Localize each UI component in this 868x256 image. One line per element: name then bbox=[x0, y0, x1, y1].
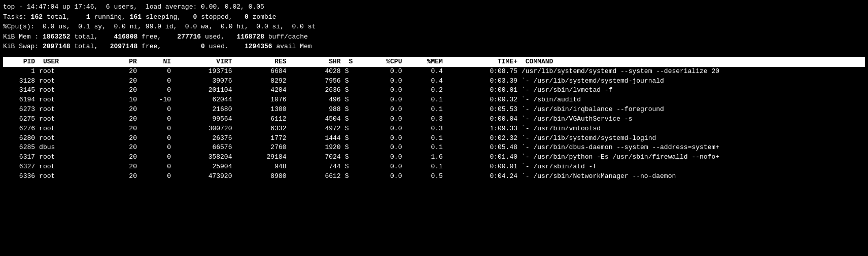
col-pid: PID bbox=[3, 57, 37, 67]
header-line2: Tasks: 162 total, 1 running, 161 sleepin… bbox=[3, 12, 865, 22]
col-command: COMMAND bbox=[519, 57, 865, 67]
mem-used: 277716 bbox=[177, 33, 201, 41]
tasks-zombie-label: zombie bbox=[253, 13, 276, 21]
process-table-section: PID USER PR NI VIRT RES SHR S %CPU %MEM … bbox=[3, 57, 865, 181]
mem-buff: 1168728 bbox=[236, 33, 264, 41]
header-line4: KiB Mem : 1863252 total, 416808 free, 27… bbox=[3, 32, 865, 42]
system-header: top - 14:47:04 up 17:46, 6 users, load a… bbox=[3, 2, 865, 55]
col-ni: NI bbox=[139, 57, 173, 67]
table-row: 6273root200216801300988S0.00.10:05.53`- … bbox=[3, 105, 865, 115]
tasks-stopped-label: stopped, bbox=[201, 13, 232, 21]
table-row: 6285dbus2006657627601920S0.00.10:05.48`-… bbox=[3, 143, 865, 153]
swap-used: 0 bbox=[201, 43, 205, 50]
header-line3: %Cpu(s): 0.0 us, 0.1 sy, 0.0 ni, 99.9 id… bbox=[3, 22, 865, 32]
swap-total: 2097148 bbox=[43, 43, 71, 50]
tasks-total: 162 bbox=[31, 13, 43, 21]
col-virt: VIRT bbox=[173, 57, 234, 67]
col-s: S bbox=[343, 57, 363, 67]
col-mem: %MEM bbox=[404, 57, 444, 67]
col-time: TIME+ bbox=[445, 57, 519, 67]
mem-free: 416808 bbox=[114, 33, 137, 41]
table-row: 6276root20030072063324972S0.00.31:09.33`… bbox=[3, 124, 865, 134]
process-table: PID USER PR NI VIRT RES SHR S %CPU %MEM … bbox=[3, 57, 865, 181]
tasks-running: 1 bbox=[86, 13, 90, 21]
tasks-sleeping-label: sleeping, bbox=[146, 13, 181, 21]
table-row: 6275root2009956461124504S0.00.30:00.04`-… bbox=[3, 115, 865, 124]
tasks-running-label: running, bbox=[94, 13, 125, 21]
col-pr: PR bbox=[105, 57, 139, 67]
header-line5: KiB Swap: 2097148 total, 2097148 free, 0… bbox=[3, 42, 865, 52]
table-row: 3128root2003907682927956S0.00.40:03.39`-… bbox=[3, 77, 865, 86]
col-res: RES bbox=[234, 57, 288, 67]
table-row: 1root20019371666844028S0.00.40:08.75/usr… bbox=[3, 67, 865, 77]
table-row: 6327root20025904948744S0.00.10:00.01`- /… bbox=[3, 162, 865, 172]
col-user: USER bbox=[37, 57, 105, 67]
mem-total: 1863252 bbox=[43, 33, 71, 41]
tasks-total-label: total, bbox=[47, 13, 71, 21]
col-cpu: %CPU bbox=[363, 57, 404, 67]
swap-free: 2097148 bbox=[110, 43, 138, 50]
swap-avail: 1294356 bbox=[245, 43, 272, 50]
header-line1: top - 14:47:04 up 17:46, 6 users, load a… bbox=[3, 2, 865, 12]
table-row: 6317root200358204291847024S0.01.60:01.40… bbox=[3, 153, 865, 162]
terminal-window: top - 14:47:04 up 17:46, 6 users, load a… bbox=[0, 0, 868, 184]
tasks-stopped: 0 bbox=[193, 13, 197, 21]
col-shr: SHR bbox=[289, 57, 343, 67]
tasks-zombie: 0 bbox=[245, 13, 249, 21]
table-row: 6336root20047392089806612S0.00.50:04.24`… bbox=[3, 172, 865, 181]
table-row: 6194root10-10620441076496S0.00.10:00.32`… bbox=[3, 95, 865, 105]
tasks-sleeping: 161 bbox=[130, 13, 142, 21]
table-row: 3145root20020110442042636S0.00.20:00.01`… bbox=[3, 86, 865, 95]
table-header-row: PID USER PR NI VIRT RES SHR S %CPU %MEM … bbox=[3, 57, 865, 67]
table-row: 6280root2002637617721444S0.00.10:02.32`-… bbox=[3, 134, 865, 143]
